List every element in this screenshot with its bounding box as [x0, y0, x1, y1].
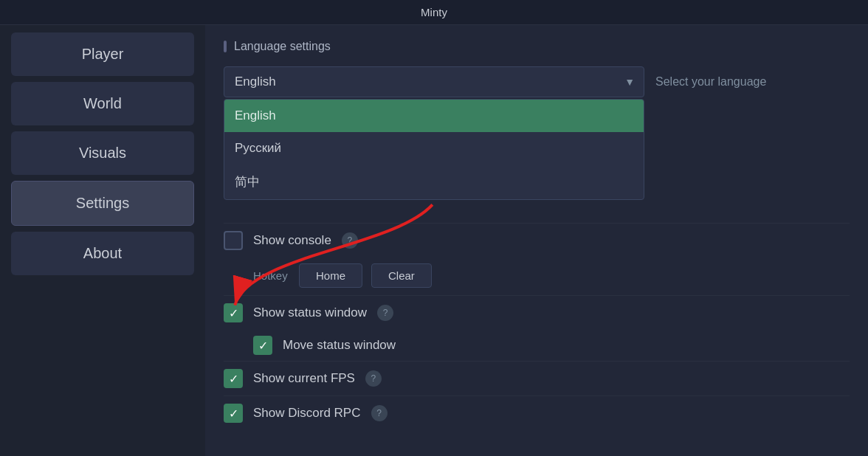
show-discord-rpc-label: Show Discord RPC — [253, 406, 361, 421]
show-discord-rpc-help-icon[interactable]: ? — [371, 405, 388, 421]
app-title: Minty — [421, 6, 447, 18]
show-status-window-help-icon[interactable]: ? — [377, 305, 393, 321]
move-status-window-label: Move status window — [283, 338, 396, 353]
show-discord-rpc-row: ✓ Show Discord RPC ? — [224, 395, 850, 430]
language-select-wrapper: English ▼ English Русский 简中 — [224, 66, 644, 97]
hotkey-home-button[interactable]: Home — [299, 263, 362, 288]
show-discord-rpc-checkbox[interactable]: ✓ — [224, 404, 243, 423]
show-fps-label: Show current FPS — [253, 371, 355, 386]
main-layout: Player World Visuals Settings About Lang… — [0, 25, 868, 456]
hotkey-label: Hotkey — [253, 269, 290, 282]
show-fps-row: ✓ Show current FPS ? — [224, 361, 850, 395]
title-bar: Minty — [0, 0, 868, 25]
move-status-window-checkbox[interactable]: ✓ — [253, 336, 272, 355]
sidebar: Player World Visuals Settings About — [0, 25, 205, 456]
language-hint: Select your language — [655, 66, 766, 89]
show-console-help-icon[interactable]: ? — [342, 232, 358, 249]
settings-section: Show console ? Hotkey Home Clear ✓ Show … — [224, 223, 850, 430]
language-option-russian[interactable]: Русский — [224, 132, 644, 165]
dropdown-arrow-icon: ▼ — [624, 76, 635, 88]
sidebar-item-visuals[interactable]: Visuals — [11, 131, 194, 175]
show-fps-checkbox[interactable]: ✓ — [224, 369, 243, 388]
language-option-chinese[interactable]: 简中 — [224, 165, 644, 199]
language-select-button[interactable]: English ▼ — [224, 66, 644, 97]
show-status-window-label: Show status window — [253, 305, 367, 320]
sidebar-item-player[interactable]: Player — [11, 32, 194, 76]
show-console-label: Show console — [253, 233, 331, 248]
sidebar-item-settings[interactable]: Settings — [11, 181, 194, 226]
sidebar-item-about[interactable]: About — [11, 232, 194, 275]
show-fps-help-icon[interactable]: ? — [365, 370, 382, 387]
language-option-english[interactable]: English — [224, 100, 644, 132]
show-status-window-checkbox[interactable]: ✓ — [224, 303, 243, 322]
show-console-row: Show console ? — [224, 223, 850, 258]
section-header: Language settings — [224, 40, 850, 53]
show-status-window-row: ✓ Show status window ? — [224, 295, 850, 330]
sidebar-item-world[interactable]: World — [11, 82, 194, 125]
content-area: Language settings English ▼ English Русс… — [205, 25, 868, 456]
hotkey-clear-button[interactable]: Clear — [371, 263, 432, 288]
move-status-window-row: ✓ Move status window — [253, 330, 850, 361]
language-row: English ▼ English Русский 简中 — [224, 66, 850, 97]
show-console-checkbox[interactable] — [224, 231, 243, 250]
hotkey-row: Hotkey Home Clear — [224, 258, 850, 295]
language-dropdown: English Русский 简中 — [224, 99, 644, 200]
